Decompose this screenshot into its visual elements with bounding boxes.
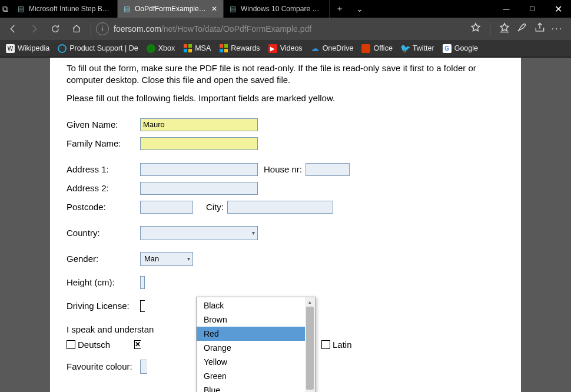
notes-icon[interactable] bbox=[516, 22, 528, 36]
refresh-button[interactable] bbox=[46, 19, 65, 38]
checkbox-icon bbox=[321, 340, 330, 349]
input-height[interactable] bbox=[140, 276, 145, 289]
tab-title: Microsoft Intune Step By Ste bbox=[29, 5, 111, 13]
colour-option-blue[interactable]: Blue bbox=[197, 383, 305, 392]
intro-text-2: Please fill out the following fields. Im… bbox=[67, 92, 504, 104]
svg-rect-1 bbox=[188, 44, 192, 48]
home-button[interactable] bbox=[67, 19, 86, 38]
dropdown-scrollbar[interactable]: ▴ ▾ bbox=[305, 297, 315, 392]
tab-title: Windows 10 Compare Editio bbox=[241, 5, 323, 13]
url-host: foersom.com bbox=[114, 24, 161, 34]
bookmark-label: Google bbox=[454, 44, 478, 52]
bookmark-msa[interactable]: MSA bbox=[183, 44, 211, 53]
colour-dropdown-list: Black Brown Red Orange Yellow Green Blue… bbox=[197, 297, 305, 392]
bookmark-label: Xbox bbox=[158, 44, 175, 52]
colour-option-brown[interactable]: Brown bbox=[197, 313, 305, 327]
label-address-1: Address 1: bbox=[67, 164, 140, 174]
new-tab-button[interactable]: ＋ bbox=[330, 0, 350, 18]
label-height: Height (cm): bbox=[67, 277, 140, 287]
bookmark-label: Product Support | De bbox=[69, 44, 138, 52]
colour-option-orange[interactable]: Orange bbox=[197, 341, 305, 355]
label-family-name: Family Name: bbox=[67, 138, 140, 148]
bookmark-twitter[interactable]: 🐦Twitter bbox=[401, 44, 434, 53]
input-family-name[interactable] bbox=[140, 137, 258, 150]
site-info-icon[interactable]: i bbox=[96, 22, 109, 35]
tab-overview-icon[interactable]: ⧉ bbox=[2, 4, 8, 14]
back-button[interactable] bbox=[4, 19, 22, 38]
close-window-button[interactable]: ✕ bbox=[545, 0, 571, 18]
browser-tab-win10[interactable]: ▤ Windows 10 Compare Editio bbox=[224, 0, 330, 18]
checkbox-icon bbox=[67, 340, 75, 349]
forward-button[interactable] bbox=[25, 19, 44, 38]
bookmarks-bar: WWikipedia Product Support | De Xbox MSA… bbox=[0, 40, 571, 58]
page-icon: ▤ bbox=[230, 5, 236, 13]
scroll-thumb[interactable] bbox=[306, 307, 314, 390]
browser-tab-intune[interactable]: ▤ Microsoft Intune Step By Ste bbox=[12, 0, 118, 18]
favorites-hub-icon[interactable] bbox=[499, 22, 510, 36]
svg-rect-5 bbox=[224, 44, 228, 48]
window-titlebar: ⧉ ▤ Microsoft Intune Step By Ste ▤ OoPdf… bbox=[0, 0, 571, 18]
input-given-name[interactable]: Mauro bbox=[140, 118, 258, 131]
url-text[interactable]: foersom.com/net/HowTo/data/OoPdfFormExam… bbox=[111, 24, 467, 34]
input-city[interactable] bbox=[227, 201, 333, 214]
input-postcode[interactable] bbox=[140, 201, 193, 214]
colour-option-black[interactable]: Black bbox=[197, 298, 305, 313]
label-house-nr: House nr: bbox=[264, 164, 302, 174]
minimize-button[interactable]: — bbox=[493, 0, 519, 18]
colour-option-green[interactable]: Green bbox=[197, 369, 305, 383]
bookmark-xbox[interactable]: Xbox bbox=[147, 44, 175, 53]
browser-tab-pdfform[interactable]: ▤ OoPdfFormExample.pdf ✕ bbox=[118, 0, 224, 18]
label-city: City: bbox=[206, 202, 224, 212]
label-favourite-colour: Favourite colour: bbox=[67, 361, 140, 371]
input-address-1[interactable] bbox=[140, 163, 258, 176]
chevron-down-icon: ▾ bbox=[187, 255, 190, 262]
bookmark-videos[interactable]: ▶Videos bbox=[268, 44, 303, 53]
bookmark-office[interactable]: Office bbox=[361, 44, 392, 53]
page-icon: ▤ bbox=[124, 5, 130, 13]
svg-rect-2 bbox=[184, 49, 187, 52]
colour-dropdown: Black Brown Red Orange Yellow Green Blue… bbox=[196, 297, 316, 392]
titlebar-left-icons: ⧉ bbox=[0, 0, 12, 18]
svg-rect-6 bbox=[220, 49, 223, 52]
select-country[interactable]: ▾ bbox=[140, 226, 258, 240]
share-icon[interactable] bbox=[534, 22, 546, 36]
ms-logo-icon bbox=[219, 44, 228, 53]
label-driving-license: Driving License: bbox=[67, 301, 140, 311]
bookmark-google[interactable]: GGoogle bbox=[443, 44, 478, 53]
label-address-2: Address 2: bbox=[67, 183, 140, 193]
select-gender[interactable]: Man▾ bbox=[140, 252, 193, 266]
bookmark-label: Office bbox=[373, 44, 392, 52]
select-favourite-colour-left[interactable] bbox=[140, 360, 147, 374]
lang-label: Latin bbox=[333, 340, 352, 350]
bookmark-label: Videos bbox=[280, 44, 303, 52]
page-icon: ▤ bbox=[18, 5, 24, 13]
window-controls: — ☐ ✕ bbox=[493, 0, 571, 18]
select-gender-value: Man bbox=[144, 254, 159, 263]
label-postcode: Postcode: bbox=[67, 202, 140, 212]
bookmark-wikipedia[interactable]: WWikipedia bbox=[6, 44, 49, 53]
close-tab-icon[interactable]: ✕ bbox=[211, 5, 217, 13]
favorite-star-icon[interactable] bbox=[470, 22, 482, 36]
lang-option-deutsch[interactable]: Deutsch bbox=[67, 340, 134, 350]
lang-label: Deutsch bbox=[78, 340, 110, 350]
svg-rect-0 bbox=[184, 44, 187, 48]
colour-option-red[interactable]: Red bbox=[197, 327, 305, 341]
label-given-name: Given Name: bbox=[67, 119, 140, 129]
checkbox-driving-license[interactable] bbox=[140, 300, 145, 312]
lang-option-latin[interactable]: Latin bbox=[321, 340, 352, 350]
colour-option-yellow[interactable]: Yellow bbox=[197, 355, 305, 369]
scroll-up-icon[interactable]: ▴ bbox=[305, 297, 315, 307]
tab-actions-chevron-icon[interactable]: ⌄ bbox=[350, 0, 370, 18]
bookmark-label: OneDrive bbox=[323, 44, 354, 52]
bookmark-onedrive[interactable]: ☁OneDrive bbox=[311, 44, 354, 53]
ms-logo-icon bbox=[183, 44, 192, 53]
bookmark-product-support[interactable]: Product Support | De bbox=[58, 44, 138, 53]
more-icon[interactable]: ··· bbox=[552, 24, 563, 34]
input-house-nr[interactable] bbox=[306, 163, 350, 176]
svg-rect-3 bbox=[188, 49, 192, 52]
maximize-button[interactable]: ☐ bbox=[519, 0, 545, 18]
bookmark-rewards[interactable]: Rewards bbox=[219, 44, 260, 53]
bookmark-label: MSA bbox=[195, 44, 211, 52]
input-address-2[interactable] bbox=[140, 182, 258, 195]
svg-rect-4 bbox=[220, 44, 223, 48]
